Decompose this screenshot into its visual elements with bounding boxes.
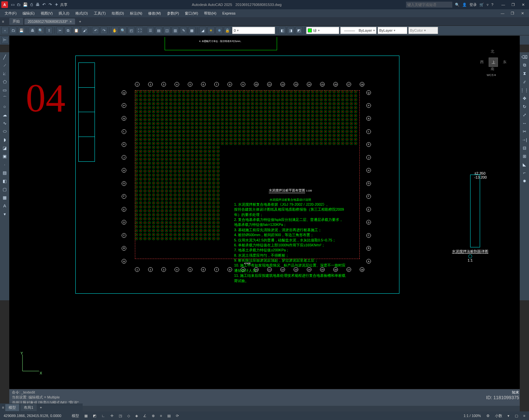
gear-icon[interactable]: ⚙ <box>485 413 491 419</box>
viewcube-wcs[interactable]: WCS ▾ <box>487 73 496 77</box>
stretch-icon[interactable]: ↔ <box>520 119 528 127</box>
undo2-icon[interactable]: ↶ <box>92 27 99 34</box>
sun-icon[interactable]: ☀ <box>207 27 215 34</box>
pan-icon[interactable]: ✋ <box>111 27 118 34</box>
app-logo[interactable]: A <box>1 1 8 8</box>
search-icon[interactable]: 🔍 <box>455 3 460 7</box>
ellipse-icon[interactable]: ⬭ <box>1 127 9 135</box>
viewcube-west[interactable]: 西 <box>480 60 484 64</box>
qat-save-icon[interactable]: 💾 <box>22 2 28 7</box>
cycling-toggle[interactable]: ⟳ <box>174 413 181 419</box>
tab-close-icon[interactable]: × <box>70 20 72 23</box>
viewcube-east[interactable]: 东 <box>503 60 507 64</box>
qcalc-icon[interactable]: ▦ <box>188 27 195 34</box>
props-icon[interactable]: ☰ <box>147 27 154 34</box>
trim2-icon[interactable]: ✂ <box>520 127 528 135</box>
iso-toggle[interactable]: ◳ <box>117 413 124 419</box>
menu-format[interactable]: 格式(O) <box>73 10 91 17</box>
help-search-input[interactable] <box>406 2 452 8</box>
revcloud-icon[interactable]: ☁ <box>1 111 9 119</box>
qat-undo-icon[interactable]: ↶ <box>41 2 47 7</box>
doc-close-button[interactable]: ✕ <box>518 10 527 17</box>
menu-edit[interactable]: 编辑(E) <box>20 10 37 17</box>
qat-share-label[interactable]: 共享 <box>60 2 67 7</box>
copy-icon[interactable]: ⧉ <box>64 27 72 34</box>
dim-linear-icon[interactable]: ⊢ <box>1 36 9 44</box>
grid-toggle[interactable]: ▦ <box>83 413 89 419</box>
match-icon[interactable]: 🖌 <box>81 27 88 34</box>
markup-icon[interactable]: ✎ <box>180 27 187 34</box>
tab-model[interactable]: 模型 <box>5 404 19 411</box>
menu-tools[interactable]: 工具(T) <box>91 10 108 17</box>
menu-window[interactable]: 窗口(W) <box>182 10 201 17</box>
xline-icon[interactable]: ⟋ <box>1 61 9 69</box>
menu-view[interactable]: 视图(V) <box>38 10 56 17</box>
new-icon[interactable]: ▫ <box>1 27 9 34</box>
pline-icon[interactable]: ⟀ <box>1 69 9 77</box>
table2-icon[interactable]: ▦ <box>1 193 9 201</box>
layer-color-combo[interactable]: 绿▾ <box>306 27 339 34</box>
transparency-toggle[interactable]: ▤ <box>166 413 172 419</box>
command-line[interactable]: ▸▹ <box>9 406 520 411</box>
osnap-toggle[interactable]: ◇ <box>126 413 132 419</box>
save-icon[interactable]: 💾 <box>18 27 25 34</box>
join-icon[interactable]: ⊞ <box>520 152 528 160</box>
user-icon[interactable]: 👤 <box>462 3 467 7</box>
login-label[interactable]: 登录 <box>469 2 477 7</box>
rotate2-icon[interactable]: ↻ <box>520 103 528 110</box>
qat-saveas-icon[interactable]: ⎙ <box>29 2 34 7</box>
menu-insert[interactable]: 插入(I) <box>56 10 72 17</box>
menu-file[interactable]: 文件(F) <box>2 10 19 17</box>
layer-num-combo[interactable]: 0▾ <box>232 27 275 34</box>
qat-open-icon[interactable]: 🗀 <box>16 2 21 7</box>
freeze-icon[interactable]: ❄ <box>216 27 223 34</box>
viewcube-top[interactable]: 上 <box>489 58 498 67</box>
array2-icon[interactable]: ⋮⋮ <box>520 86 528 94</box>
tab-add-button[interactable]: + <box>76 20 84 23</box>
viewcube-north[interactable]: 北 <box>491 49 494 54</box>
ortho-toggle[interactable]: ∟ <box>100 413 107 418</box>
viewcube-south[interactable]: 南 <box>491 66 494 71</box>
tab-layout-add[interactable]: + <box>38 405 44 409</box>
clean-icon[interactable]: ▢ <box>513 413 520 419</box>
menu-parametric[interactable]: 参数(P) <box>164 10 182 17</box>
scale2-icon[interactable]: ⤢ <box>520 111 528 119</box>
polar-toggle[interactable]: ✛ <box>109 413 115 419</box>
break-icon[interactable]: ⊟ <box>520 144 528 152</box>
circle-icon[interactable]: ○ <box>1 103 9 110</box>
qat-share-icon[interactable]: ✈ <box>54 2 59 7</box>
line-icon[interactable]: ╱ <box>1 53 9 61</box>
lock-icon[interactable]: 🔒 <box>224 27 231 34</box>
toolpal-icon[interactable]: ◫ <box>163 27 171 34</box>
tab-document[interactable]: 201069127606808​1533* × <box>24 19 75 24</box>
menu-draw[interactable]: 绘图(D) <box>109 10 127 17</box>
layer-mgr-icon[interactable]: ◢ <box>199 27 206 34</box>
doc-maximize-button[interactable]: ❐ <box>508 10 517 17</box>
cart-icon[interactable]: 🛒 <box>479 3 484 7</box>
linetype-combo[interactable]: ———ByLayer▾ <box>340 27 377 34</box>
polygon-icon[interactable]: ⬠ <box>1 78 9 86</box>
menu-help[interactable]: 帮助(H) <box>201 10 219 17</box>
snap-toggle[interactable]: ◩ <box>91 413 98 419</box>
tab-list-icon[interactable]: ≡ <box>2 20 8 23</box>
plot-icon[interactable]: 🖶 <box>29 27 36 34</box>
ellarc-icon[interactable]: ◗ <box>1 136 9 144</box>
laystate-icon[interactable]: ◧ <box>279 27 286 34</box>
addsel-icon[interactable]: ▾ <box>1 210 9 218</box>
modelspace-toggle[interactable]: 模型 <box>70 413 81 419</box>
zoomwin-icon[interactable]: ◰ <box>128 27 135 34</box>
copy3-icon[interactable]: ⧉ <box>520 61 528 69</box>
tab-layout1[interactable]: 布局1 <box>20 404 36 411</box>
sheet-icon[interactable]: ▥ <box>172 27 179 34</box>
view-cube[interactable]: 北 西 东 南 上 WCS ▾ <box>480 49 507 75</box>
preview-icon[interactable]: 🔍 <box>37 27 44 34</box>
maximize-button[interactable]: ❐ <box>509 1 518 8</box>
fillet2-icon[interactable]: ⌐ <box>520 169 528 177</box>
drawing-canvas[interactable]: 4. 本图幅尺寸单位：除注明者外均为mm。 04 123456789101112… <box>9 36 520 401</box>
otrack-toggle[interactable]: ∠ <box>142 413 148 419</box>
chamfer-icon[interactable]: ◣ <box>520 160 528 168</box>
qat-redo-icon[interactable]: ↷ <box>48 2 53 7</box>
minimize-button[interactable]: — <box>499 1 508 8</box>
open-icon[interactable]: 🗀 <box>10 27 17 34</box>
spline-icon[interactable]: ∿ <box>1 119 9 127</box>
